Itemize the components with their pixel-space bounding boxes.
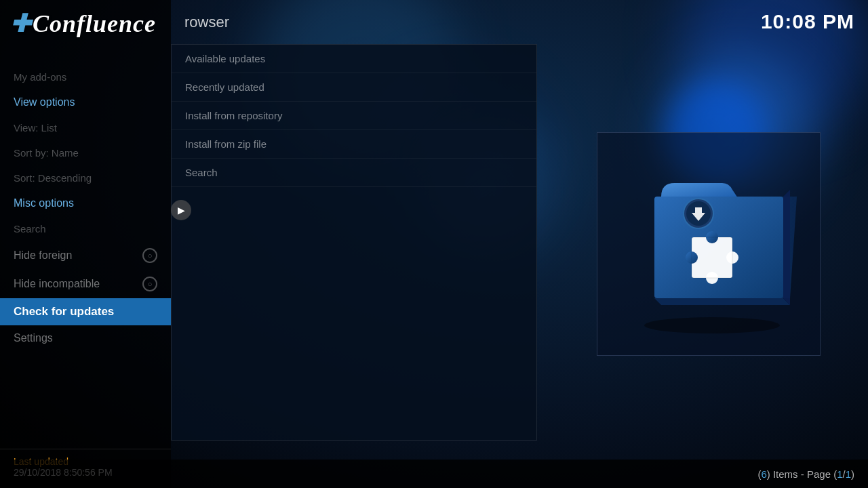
logo-area: ✚Confluence <box>0 0 171 44</box>
hide-foreign-toggle[interactable]: ○ <box>142 248 157 263</box>
sidebar-item-my-addons[interactable]: My add-ons <box>0 64 171 89</box>
addon-icon-panel <box>549 0 868 488</box>
header-bar: rowser <box>171 0 727 44</box>
sidebar-item-settings[interactable]: Settings <box>0 325 171 351</box>
sidebar-item-hide-incompatible[interactable]: Hide incompatible ○ <box>0 270 171 298</box>
panel-item-available-updates[interactable]: Available updates <box>172 45 536 73</box>
sidebar-item-search[interactable]: Search <box>0 216 171 241</box>
arrow-right-icon: ▶ <box>178 205 185 216</box>
sidebar: ✚Confluence My add-ons View options View… <box>0 0 171 488</box>
app-logo: ✚Confluence <box>10 9 156 38</box>
page-info: (6) Items - Page (1/1) <box>757 468 854 480</box>
clock: 10:08 PM <box>761 10 854 33</box>
logo-text-confluence: Confluence <box>33 10 156 37</box>
panel-item-recently-updated[interactable]: Recently updated <box>172 73 536 102</box>
items-count: 6 <box>761 468 766 480</box>
hide-incompatible-toggle[interactable]: ○ <box>142 277 157 291</box>
items-text: Items - Page <box>773 468 833 480</box>
svg-point-0 <box>644 317 780 333</box>
addon-browser-icon <box>607 142 810 346</box>
toggle-circle-icon: ○ <box>148 251 153 260</box>
scroll-right-arrow[interactable]: ▶ <box>171 200 191 220</box>
dropdown-panel: Available updates Recently updated Insta… <box>171 44 537 441</box>
sidebar-item-sort-desc[interactable]: Sort: Descending <box>0 165 171 190</box>
panel-item-install-repository[interactable]: Install from repository <box>172 102 536 130</box>
svg-marker-4 <box>783 190 790 305</box>
sidebar-item-view-list[interactable]: View: List <box>0 115 171 140</box>
sidebar-item-view-options[interactable]: View options <box>0 89 171 115</box>
svg-marker-3 <box>654 298 790 305</box>
addon-icon-container <box>597 132 821 356</box>
nav-items: My add-ons View options View: List Sort … <box>0 44 171 449</box>
panel-item-search[interactable]: Search <box>172 159 536 187</box>
page-total: 1 <box>846 468 851 480</box>
toggle-circle-icon-2: ○ <box>148 280 153 288</box>
status-bar: (6) Items - Page (1/1) <box>0 460 868 488</box>
sidebar-item-misc-options[interactable]: Misc options <box>0 190 171 216</box>
panel-item-install-zip[interactable]: Install from zip file <box>172 130 536 159</box>
logo-cross-icon: ✚ <box>10 10 31 37</box>
sidebar-item-check-updates[interactable]: Check for updates <box>0 298 171 325</box>
breadcrumb: rowser <box>184 14 229 31</box>
sidebar-item-hide-foreign[interactable]: Hide foreign ○ <box>0 241 171 270</box>
sidebar-item-sort-name[interactable]: Sort by: Name <box>0 140 171 165</box>
